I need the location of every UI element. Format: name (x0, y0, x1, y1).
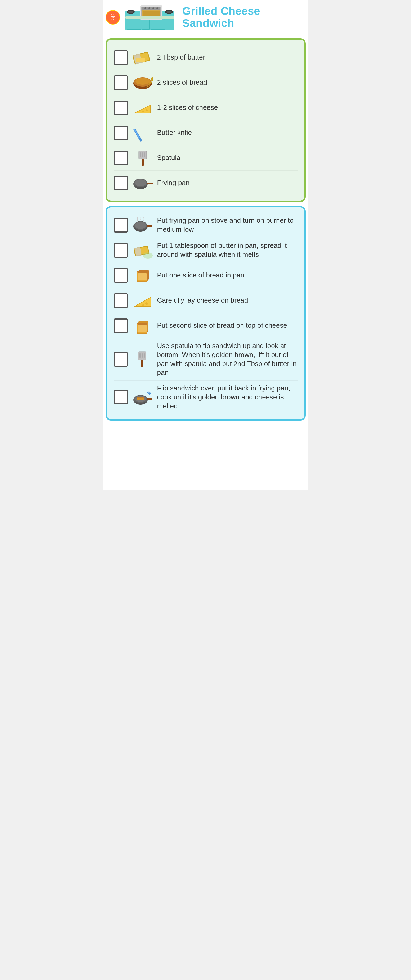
step-4: Carefully lay cheese on bread (113, 288, 298, 313)
svg-rect-3 (132, 24, 136, 24)
step-1: Put frying pan on stove and turn on burn… (113, 213, 298, 238)
svg-point-29 (135, 78, 150, 84)
ingredient-pan: Frying pan (113, 170, 298, 196)
svg-rect-12 (143, 11, 160, 17)
frying-pan-icon (132, 174, 153, 192)
step4-text: Carefully lay cheese on bread (157, 296, 298, 305)
svg-point-48 (135, 179, 147, 186)
checkbox-step2[interactable] (113, 243, 128, 258)
step-5: Put second slice of bread on top of chee… (113, 313, 298, 338)
title-line1: Grilled Cheese (182, 5, 260, 17)
svg-rect-83 (147, 398, 152, 400)
checkbox-butter[interactable] (113, 50, 128, 65)
checkbox-step1[interactable] (113, 218, 128, 232)
svg-rect-62 (137, 271, 147, 273)
step5-icon (132, 317, 153, 335)
step-6: Use spatula to tip sandwich up and look … (113, 338, 298, 381)
ingredient-bread: 2 slices of bread (113, 70, 298, 95)
step6-text: Use spatula to tip sandwich up and look … (157, 342, 298, 377)
step7-icon (132, 388, 153, 407)
svg-rect-45 (144, 152, 145, 157)
svg-point-52 (135, 222, 147, 229)
step3-icon (132, 266, 153, 285)
svg-rect-44 (142, 152, 143, 157)
cheese-icon (132, 99, 153, 117)
spatula-icon (132, 149, 153, 167)
ingredient-cheese: 1-2 slices of cheese (113, 95, 298, 120)
knife-icon (132, 124, 153, 142)
svg-point-15 (148, 7, 150, 9)
svg-rect-6 (156, 24, 160, 24)
step2-icon (132, 241, 153, 259)
checkbox-knife[interactable] (113, 126, 128, 140)
svg-point-36 (145, 109, 148, 111)
checkbox-step6[interactable] (113, 352, 128, 367)
svg-point-66 (145, 302, 148, 305)
svg-point-67 (142, 304, 144, 306)
ingredient-cheese-text: 1-2 slices of cheese (157, 103, 298, 112)
svg-rect-78 (142, 353, 143, 358)
svg-rect-43 (140, 152, 141, 157)
svg-point-57 (143, 252, 153, 259)
step-7: Flip sandwich over, put it back in fryin… (113, 381, 298, 414)
bread-icon (132, 73, 153, 92)
svg-point-16 (153, 7, 154, 9)
step5-text: Put second slice of bread on top of chee… (157, 321, 298, 330)
logo-text: THETRIPCLIP (111, 14, 115, 21)
ingredient-spatula-text: Spatula (157, 153, 298, 162)
kitchen-illustration (124, 3, 177, 32)
header: THETRIPCLIP (103, 0, 308, 34)
svg-point-37 (142, 111, 144, 112)
step1-icon (132, 216, 153, 234)
svg-rect-49 (147, 183, 153, 185)
step6-icon (132, 350, 153, 369)
ingredient-spatula: Spatula (113, 145, 298, 170)
svg-marker-86 (148, 393, 150, 395)
svg-rect-73 (138, 325, 147, 332)
ingredient-butter-text: 2 Tbsp of butter (157, 53, 298, 62)
page: THETRIPCLIP (103, 0, 308, 490)
svg-rect-85 (137, 397, 144, 398)
checkbox-step3[interactable] (113, 268, 128, 283)
butter-icon (132, 48, 153, 67)
svg-point-21 (166, 11, 172, 13)
svg-point-17 (156, 7, 158, 9)
svg-rect-74 (141, 360, 143, 368)
title: Grilled Cheese Sandwich (182, 5, 260, 29)
svg-rect-39 (133, 129, 139, 138)
checkbox-step4[interactable] (113, 293, 128, 308)
step1-text: Put frying pan on stove and turn on burn… (157, 216, 298, 234)
ingredient-bread-text: 2 slices of bread (157, 78, 298, 87)
svg-point-14 (145, 7, 146, 9)
svg-rect-77 (139, 353, 140, 358)
checkbox-pan[interactable] (113, 176, 128, 191)
checkbox-bread[interactable] (113, 75, 128, 90)
step7-text: Flip sandwich over, put it back in fryin… (157, 384, 298, 410)
svg-rect-26 (136, 58, 145, 62)
checkbox-step5[interactable] (113, 318, 128, 333)
ingredient-knife-text: Butter knfie (157, 128, 298, 137)
step-3: Put one slice of bread in pan (113, 263, 298, 288)
logo: THETRIPCLIP (105, 10, 120, 25)
ingredients-section: 2 Tbsp of butter 2 slices of bread (105, 38, 306, 202)
step2-text: Put 1 tablespoon of butter in pan, sprea… (157, 241, 298, 259)
step3-text: Put one slice of bread in pan (157, 271, 298, 280)
svg-rect-8 (142, 19, 149, 29)
ingredient-butter: 2 Tbsp of butter (113, 45, 298, 70)
ingredient-pan-text: Frying pan (157, 178, 298, 188)
svg-rect-53 (147, 225, 152, 227)
svg-rect-40 (142, 159, 144, 166)
checkbox-spatula[interactable] (113, 151, 128, 165)
steps-section: Put frying pan on stove and turn on burn… (105, 206, 306, 420)
ingredient-knife: Butter knfie (113, 120, 298, 145)
svg-point-19 (128, 11, 133, 13)
checkbox-step7[interactable] (113, 390, 128, 404)
checkbox-cheese[interactable] (113, 100, 128, 115)
step-2: Put 1 tablespoon of butter in pan, sprea… (113, 238, 298, 263)
svg-rect-63 (138, 273, 147, 280)
svg-rect-79 (144, 353, 145, 358)
title-line2: Sandwich (182, 17, 260, 29)
step4-icon (132, 291, 153, 310)
svg-rect-72 (137, 323, 147, 325)
svg-rect-22 (126, 16, 174, 19)
